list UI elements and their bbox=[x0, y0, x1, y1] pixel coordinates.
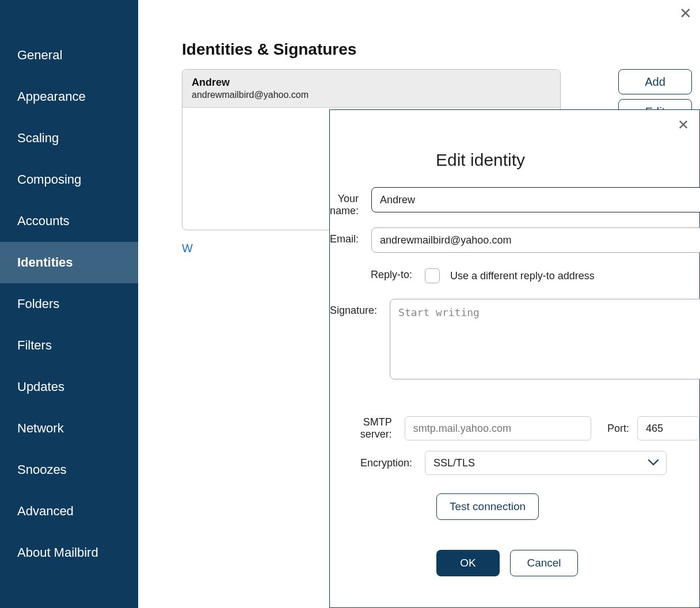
email-label: Email: bbox=[330, 227, 371, 245]
reply-to-checkbox-label: Use a different reply-to address bbox=[450, 270, 595, 282]
sidebar-item-network[interactable]: Network bbox=[0, 408, 138, 449]
sidebar-item-composing[interactable]: Composing bbox=[0, 159, 138, 200]
signature-input[interactable] bbox=[390, 299, 700, 379]
sidebar: General Appearance Scaling Composing Acc… bbox=[0, 0, 138, 608]
sidebar-item-identities[interactable]: Identities bbox=[0, 242, 138, 283]
port-input[interactable] bbox=[637, 416, 699, 440]
cancel-button[interactable]: Cancel bbox=[510, 550, 578, 576]
identity-email: andrewmailbird@yahoo.com bbox=[192, 90, 551, 100]
your-name-label: Your name: bbox=[330, 187, 371, 217]
sidebar-item-about[interactable]: About Mailbird bbox=[0, 532, 138, 573]
sidebar-item-folders[interactable]: Folders bbox=[0, 283, 138, 325]
add-button[interactable]: Add bbox=[618, 69, 692, 94]
identity-row[interactable]: Andrew andrewmailbird@yahoo.com bbox=[182, 70, 560, 108]
encryption-value: SSL/TLS bbox=[433, 457, 475, 469]
main-content: ✕ Identities & Signatures Andrew andrewm… bbox=[138, 0, 700, 608]
signature-label: Signature: bbox=[330, 299, 390, 317]
edit-identity-modal: ✕ Edit identity Your name: Email: Reply bbox=[329, 109, 700, 608]
close-icon[interactable]: ✕ bbox=[678, 118, 689, 132]
sidebar-item-general[interactable]: General bbox=[0, 35, 138, 76]
close-icon[interactable]: ✕ bbox=[679, 6, 692, 21]
partial-link[interactable]: W bbox=[182, 242, 193, 255]
test-connection-button[interactable]: Test connection bbox=[436, 493, 539, 520]
encryption-select[interactable]: SSL/TLS bbox=[425, 451, 667, 475]
reply-to-checkbox[interactable] bbox=[425, 268, 440, 283]
encryption-label: Encryption: bbox=[330, 457, 425, 469]
sidebar-item-filters[interactable]: Filters bbox=[0, 325, 138, 366]
page-title: Identities & Signatures bbox=[182, 40, 700, 59]
sidebar-item-snoozes[interactable]: Snoozes bbox=[0, 449, 138, 491]
port-label: Port: bbox=[607, 423, 629, 435]
identity-name: Andrew bbox=[192, 77, 551, 89]
ok-button[interactable]: OK bbox=[436, 550, 500, 576]
sidebar-item-updates[interactable]: Updates bbox=[0, 366, 138, 408]
sidebar-item-accounts[interactable]: Accounts bbox=[0, 200, 138, 242]
your-name-input[interactable] bbox=[371, 187, 700, 212]
email-input[interactable] bbox=[371, 227, 700, 253]
smtp-input[interactable] bbox=[405, 416, 591, 440]
sidebar-item-advanced[interactable]: Advanced bbox=[0, 491, 138, 532]
sidebar-item-scaling[interactable]: Scaling bbox=[0, 117, 138, 159]
modal-title: Edit identity bbox=[436, 150, 699, 170]
reply-to-label: Reply-to: bbox=[330, 263, 425, 281]
smtp-label: SMTP server: bbox=[330, 416, 405, 440]
sidebar-item-appearance[interactable]: Appearance bbox=[0, 76, 138, 117]
